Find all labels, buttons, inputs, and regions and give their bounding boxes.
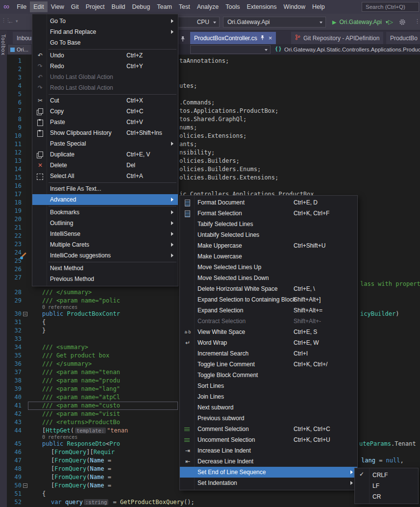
line-number[interactable]: 37 (7, 368, 22, 377)
menu-item-delete-horizontal-white-space[interactable]: Delete Horizontal White SpaceCtrl+E, \ (180, 283, 357, 294)
line-number[interactable]: 14 (7, 165, 22, 174)
menu-item-previous-method[interactable]: Previous Method (32, 274, 178, 284)
code-fragment[interactable]: tos.Shared.GraphQl; (179, 115, 247, 124)
code-line[interactable]: { (29, 490, 46, 498)
menu-item-increase-line-indent[interactable]: ⇥Increase Line Indent (180, 445, 357, 456)
menu-item-move-selected-lines-up[interactable]: Move Selected Lines Up (180, 262, 357, 273)
menu-item-lf[interactable]: LF (355, 481, 418, 491)
line-number[interactable]: 35 (7, 352, 22, 360)
menu-item-crlf[interactable]: ✓CRLF (355, 470, 418, 481)
menu-item-word-wrap[interactable]: ↵Word WrapCtrl+E, W (180, 337, 357, 348)
tab-git-repository[interactable]: Git Repository - APIDefinition (291, 32, 383, 44)
line-number[interactable]: 12 (7, 149, 22, 157)
codelens-references[interactable]: 0 references (42, 305, 77, 310)
menu-item-join-lines[interactable]: Join Lines (180, 391, 357, 402)
menubar-item-tools[interactable]: Tools (222, 1, 243, 12)
menubar-item-view[interactable]: View (48, 1, 68, 12)
code-fragment[interactable]: olicies.Extensions; (179, 132, 247, 140)
line-number[interactable]: 13 (7, 157, 22, 165)
menu-item-make-lowercase[interactable]: Make Lowercase (180, 251, 357, 262)
menu-item-toggle-line-comment[interactable]: Toggle Line CommentCtrl+K, Ctrl+/ (180, 359, 357, 370)
menu-item-outlining[interactable]: Outlining (32, 218, 178, 228)
line-number[interactable]: 23 (7, 240, 22, 249)
code-fragment[interactable]: ants; (179, 140, 197, 149)
startup-project-combo[interactable]: Ori.Gateway.Api (223, 17, 326, 27)
menu-item-go-to-base[interactable]: Go To Base (32, 37, 178, 48)
menu-item-undo[interactable]: ↶UndoCtrl+Z (32, 50, 178, 61)
code-fragment[interactable]: olicies.Builders.Enums; (179, 165, 261, 174)
menu-item-select-all[interactable]: Select AllCtrl+A (32, 171, 178, 181)
menu-item-view-white-space[interactable]: a·bView White SpaceCtrl+E, S (180, 327, 357, 337)
menu-item-undo-last-global-action[interactable]: ↶Undo Last Global Action (32, 72, 178, 82)
line-number[interactable]: 27 (7, 274, 22, 282)
menubar-item-build[interactable]: Build (108, 1, 129, 12)
menubar-item-test[interactable]: Test (175, 1, 194, 12)
code-line[interactable]: { (29, 318, 46, 327)
menubar-item-extensions[interactable]: Extensions (243, 1, 280, 12)
fold-marker[interactable]: − (23, 483, 27, 488)
menubar-item-help[interactable]: Help (309, 1, 328, 12)
chevron-down-icon[interactable]: ▾ (16, 19, 18, 24)
menu-item-move-selected-lines-down[interactable]: Move Selected Lines Down (180, 273, 357, 283)
line-number[interactable]: 51 (7, 490, 22, 498)
line-number[interactable]: 49 (7, 473, 22, 482)
menubar-item-window[interactable]: Window (280, 1, 309, 12)
menu-item-insert-file-as-text[interactable]: Insert File As Text... (32, 183, 178, 194)
line-number[interactable]: 10 (7, 132, 22, 140)
menu-item-toggle-block-comment[interactable]: Toggle Block Comment (180, 370, 357, 380)
menu-item-duplicate[interactable]: DuplicateCtrl+E, V (32, 149, 178, 160)
menu-item-expand-selection-to-containing-block[interactable]: Expand Selection to Containing BlockShif… (180, 294, 357, 305)
code-line[interactable]: /// Get product box (29, 352, 109, 360)
close-icon[interactable]: × (269, 34, 272, 42)
code-line[interactable]: } (29, 327, 46, 335)
line-number[interactable]: 47 (7, 456, 22, 465)
line-number[interactable]: 43 (7, 418, 22, 427)
line-number[interactable]: 31 (7, 318, 22, 327)
line-number[interactable]: 22 (7, 232, 22, 240)
menu-item-copy[interactable]: CopyCtrl+C (32, 106, 178, 117)
line-number[interactable]: 21 (7, 224, 22, 232)
codelens-references[interactable]: 0 references (42, 435, 77, 440)
line-number[interactable]: 39 (7, 385, 22, 393)
code-line[interactable]: [FromQuery(Name = (29, 456, 115, 465)
menu-item-contract-selection[interactable]: Contract SelectionShift+Alt+- (180, 316, 357, 327)
toolbar-overflow-icon[interactable]: ⋮ (415, 18, 420, 25)
line-number[interactable]: 52 (7, 498, 22, 507)
menu-item-find-and-replace[interactable]: Find and Replace (32, 26, 178, 37)
line-number[interactable]: 34 (7, 343, 22, 352)
menu-item-delete[interactable]: ✕DeleteDel (32, 160, 178, 171)
code-line[interactable]: /// <returns>ProductBo (29, 418, 120, 427)
code-line[interactable]: /// <param name="produ (29, 377, 120, 385)
code-line[interactable]: [FromQuery(Name = (29, 465, 115, 473)
code-line[interactable]: /// </summary> (29, 288, 92, 297)
code-line[interactable]: /// <param name="lang" (29, 385, 120, 393)
quick-actions-icon[interactable] (20, 252, 27, 260)
code-line[interactable]: /// <param name="atpCl (29, 393, 120, 402)
code-fragment[interactable]: lass with propert (360, 280, 420, 288)
code-fragment[interactable]: taAnnotations; (179, 57, 229, 65)
line-number[interactable]: 38 (7, 377, 22, 385)
menubar-item-team[interactable]: Team (153, 1, 175, 12)
menubar-item-debug[interactable]: Debug (128, 1, 153, 12)
code-line[interactable]: /// <summary> (29, 343, 88, 352)
code-line[interactable]: [FromQuery(Name = (29, 482, 115, 490)
line-number[interactable]: 36 (7, 360, 22, 368)
code-line[interactable]: var query:string = GetProductBoxQuery(); (29, 498, 195, 507)
line-number[interactable]: 26 (7, 265, 22, 274)
code-line[interactable]: /// <param name="tenan (29, 368, 120, 377)
line-number[interactable]: 7 (7, 107, 22, 115)
tab-productbox-overflow[interactable]: ProductBo (386, 32, 420, 44)
menu-item-multiple-carets[interactable]: Multiple Carets (32, 239, 178, 250)
menu-item-paste[interactable]: PasteCtrl+V (32, 117, 178, 127)
menu-item-redo[interactable]: ↷RedoCtrl+Y (32, 61, 178, 72)
line-number[interactable]: 15 (7, 174, 22, 182)
code-line[interactable]: /// <param name="polic (29, 297, 120, 305)
menu-item-cut[interactable]: ✂CutCtrl+X (32, 95, 178, 106)
doc-tab-ori[interactable]: Ori... (8, 45, 31, 54)
line-number[interactable]: 1 (7, 57, 22, 65)
code-line[interactable]: [HttpGet(template:"tenan (29, 427, 128, 435)
menu-item-next-subword[interactable]: Next subword (180, 402, 357, 413)
line-number[interactable]: 50 (7, 482, 22, 490)
line-number[interactable]: 41 (7, 402, 22, 410)
code-line[interactable]: /// </summary> (29, 360, 92, 368)
